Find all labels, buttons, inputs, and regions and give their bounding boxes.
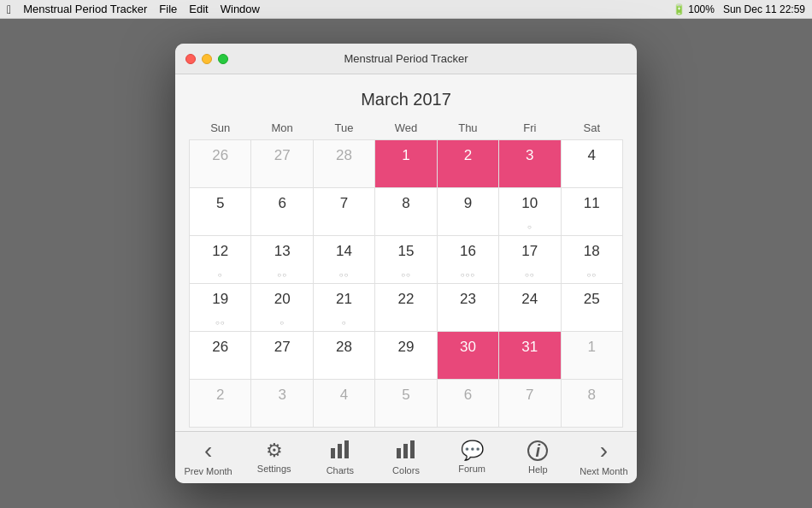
close-button[interactable] [185, 54, 196, 64]
calendar-day[interactable]: 21○ [313, 284, 374, 332]
calendar-day[interactable]: 8 [375, 188, 437, 236]
app-window: Menstrual Period Tracker March 2017 Sun … [175, 44, 637, 483]
forum-icon: 💬 [461, 441, 484, 460]
calendar-day[interactable]: 28 [313, 140, 374, 188]
prev-month-button[interactable]: ‹ Prev Month [175, 432, 241, 483]
help-button[interactable]: i Help [505, 432, 571, 483]
colors-icon [396, 440, 416, 462]
calendar-day[interactable]: 31 [499, 332, 561, 380]
calendar-day[interactable]: 4 [313, 380, 374, 428]
app-name-menu[interactable]: Menstrual Period Tracker [23, 3, 147, 15]
calendar-day[interactable]: 28 [313, 332, 374, 380]
weekday-fri: Fri [499, 118, 561, 140]
svg-rect-3 [397, 448, 401, 458]
calendar-day[interactable]: 2 [437, 140, 498, 188]
calendar-day[interactable]: 1 [561, 332, 622, 380]
weekday-wed: Wed [375, 118, 437, 140]
calendar-day[interactable]: 13○○ [251, 236, 313, 284]
calendar-day[interactable]: 23 [437, 284, 498, 332]
calendar-day[interactable]: 29 [375, 332, 437, 380]
weekday-sun: Sun [190, 118, 251, 140]
prev-icon: ‹ [204, 439, 212, 463]
next-icon: › [600, 439, 608, 463]
prev-month-label: Prev Month [184, 466, 232, 476]
file-menu[interactable]: File [159, 3, 177, 15]
calendar-day[interactable]: 22 [375, 284, 437, 332]
calendar-day[interactable]: 9 [437, 188, 498, 236]
calendar-day[interactable]: 16○○○ [437, 236, 498, 284]
settings-button[interactable]: ⚙ Settings [241, 432, 307, 483]
info-icon: i [527, 440, 548, 461]
calendar-day[interactable]: 6 [251, 188, 313, 236]
calendar-day[interactable]: 14○○ [313, 236, 374, 284]
calendar-week-1: 5678910○11 [190, 188, 623, 236]
calendar-day[interactable]: 27 [251, 140, 313, 188]
traffic-lights [185, 54, 228, 64]
calendar-day[interactable]: 5 [375, 380, 437, 428]
gear-icon: ⚙ [266, 441, 283, 460]
calendar-day[interactable]: 15○○ [375, 236, 437, 284]
calendar-day[interactable]: 24 [499, 284, 561, 332]
calendar-day[interactable]: 18○○ [561, 236, 622, 284]
calendar: March 2017 Sun Mon Tue Wed Thu Fri Sat 2… [175, 74, 637, 428]
calendar-day[interactable]: 12○ [190, 236, 251, 284]
calendar-week-2: 12○13○○14○○15○○16○○○17○○18○○ [190, 236, 623, 284]
calendar-day[interactable]: 2 [190, 380, 251, 428]
calendar-day[interactable]: 26 [190, 332, 251, 380]
calendar-day[interactable]: 25 [561, 284, 622, 332]
calendar-day[interactable]: 1 [375, 140, 437, 188]
calendar-day[interactable]: 7 [313, 188, 374, 236]
calendar-day[interactable]: 11 [561, 188, 622, 236]
apple-menu[interactable]:  [7, 3, 11, 16]
battery-icon: 🔋 100% [673, 3, 715, 15]
menu-bar-right: 🔋 100% Sun Dec 11 22:59 [673, 3, 805, 15]
edit-menu[interactable]: Edit [189, 3, 208, 15]
calendar-grid: Sun Mon Tue Wed Thu Fri Sat 262728123456… [189, 118, 623, 428]
calendar-week-5: 2345678 [190, 380, 623, 428]
calendar-week-0: 2627281234 [190, 140, 623, 188]
window-menu[interactable]: Window [221, 3, 260, 15]
next-month-button[interactable]: › Next Month [571, 432, 637, 483]
calendar-day[interactable]: 26 [190, 140, 251, 188]
calendar-day[interactable]: 10○ [499, 188, 561, 236]
calendar-day[interactable]: 27 [251, 332, 313, 380]
calendar-week-3: 19○○20○21○22232425 [190, 284, 623, 332]
colors-label: Colors [392, 465, 420, 476]
calendar-day[interactable]: 17○○ [499, 236, 561, 284]
calendar-day[interactable]: 5 [190, 188, 251, 236]
help-label: Help [528, 464, 548, 475]
charts-button[interactable]: Charts [307, 432, 373, 483]
colors-button[interactable]: Colors [373, 432, 438, 483]
fullscreen-button[interactable] [218, 54, 228, 64]
svg-rect-0 [331, 448, 335, 458]
forum-label: Forum [458, 464, 485, 474]
weekday-sat: Sat [561, 118, 622, 140]
window-title: Menstrual Period Tracker [344, 52, 468, 65]
calendar-day[interactable]: 8 [561, 380, 622, 428]
calendar-day[interactable]: 20○ [251, 284, 313, 332]
weekday-tue: Tue [313, 118, 374, 140]
svg-rect-4 [403, 444, 408, 458]
minimize-button[interactable] [202, 54, 212, 64]
calendar-day[interactable]: 4 [561, 140, 622, 188]
weekday-header-row: Sun Mon Tue Wed Thu Fri Sat [190, 118, 623, 140]
charts-icon [330, 440, 350, 462]
svg-rect-2 [344, 440, 349, 458]
svg-rect-5 [410, 440, 415, 458]
calendar-day[interactable]: 6 [437, 380, 498, 428]
weekday-mon: Mon [251, 118, 313, 140]
menu-bar:  Menstrual Period Tracker File Edit Win… [0, 0, 812, 19]
calendar-day[interactable]: 19○○ [190, 284, 251, 332]
calendar-day[interactable]: 30 [437, 332, 498, 380]
calendar-day[interactable]: 7 [499, 380, 561, 428]
calendar-day[interactable]: 3 [251, 380, 313, 428]
title-bar: Menstrual Period Tracker [175, 44, 637, 74]
settings-label: Settings [257, 464, 291, 474]
svg-rect-1 [338, 444, 342, 458]
calendar-day[interactable]: 3 [499, 140, 561, 188]
desktop: Menstrual Period Tracker March 2017 Sun … [0, 19, 812, 508]
forum-button[interactable]: 💬 Forum [439, 432, 505, 483]
datetime-display: Sun Dec 11 22:59 [723, 3, 805, 15]
calendar-week-4: 2627282930311 [190, 332, 623, 380]
weekday-thu: Thu [437, 118, 498, 140]
